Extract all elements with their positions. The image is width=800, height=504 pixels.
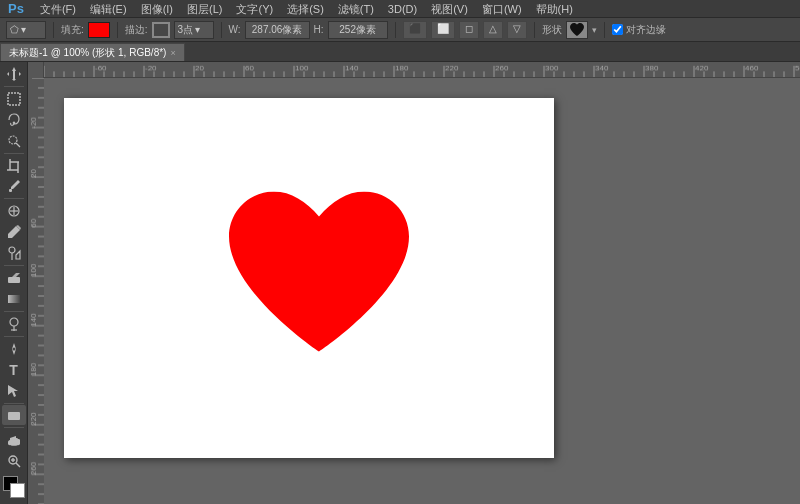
- move-tool[interactable]: [2, 64, 26, 84]
- brush-tool[interactable]: [2, 222, 26, 242]
- shape-tool-icon: ⬠: [10, 24, 19, 35]
- fill-color-swatch[interactable]: [88, 22, 110, 38]
- align-left-btn[interactable]: ⬛: [403, 21, 427, 39]
- align-middle-btn[interactable]: ▽: [507, 21, 527, 39]
- width-input[interactable]: [245, 21, 310, 39]
- quick-select-tool[interactable]: [2, 131, 26, 151]
- eyedropper-tool[interactable]: [2, 177, 26, 197]
- fill-label: 填充:: [61, 23, 84, 37]
- svg-marker-0: [7, 67, 21, 81]
- document-tab[interactable]: 未标题-1 @ 100% (形状 1, RGB/8*) ×: [0, 43, 185, 61]
- separator-6: [604, 22, 605, 38]
- lasso-tool[interactable]: [2, 110, 26, 130]
- color-tools: [3, 476, 25, 504]
- stroke-label: 描边:: [125, 23, 148, 37]
- menu-text[interactable]: 文字(Y): [230, 0, 279, 18]
- ps-logo: Ps: [4, 1, 28, 16]
- vertical-ruler: [28, 78, 44, 504]
- background-color[interactable]: [10, 483, 25, 498]
- options-bar: ⬠ ▾ 填充: 描边: 3点 ▾ W: H: ⬛ ⬜ ◻ △ ▽ 形状 ▾ 对齐…: [0, 18, 800, 42]
- tool-sep-8: [4, 427, 24, 428]
- eraser-tool[interactable]: [2, 268, 26, 288]
- main-area: T: [0, 62, 800, 504]
- stroke-color-swatch[interactable]: [152, 22, 170, 38]
- canvas-wrapper: [28, 62, 800, 504]
- svg-point-2: [9, 136, 17, 144]
- tool-sep-4: [4, 265, 24, 266]
- svg-rect-15: [8, 295, 20, 303]
- menu-window[interactable]: 窗口(W): [476, 0, 528, 18]
- text-tool-icon: T: [9, 362, 18, 378]
- svg-line-23: [16, 463, 20, 467]
- separator-2: [117, 22, 118, 38]
- gradient-tool[interactable]: [2, 289, 26, 309]
- svg-rect-1: [8, 93, 20, 105]
- fg-bg-color-widget[interactable]: [3, 476, 25, 498]
- menu-bar: Ps 文件(F) 编辑(E) 图像(I) 图层(L) 文字(Y) 选择(S) 滤…: [0, 0, 800, 18]
- align-center-btn[interactable]: ⬜: [431, 21, 455, 39]
- spot-heal-tool[interactable]: [2, 201, 26, 221]
- shape-picker[interactable]: [566, 21, 588, 39]
- heart-shape: [219, 192, 419, 372]
- align-edges-label[interactable]: 对齐边缘: [612, 23, 666, 37]
- tab-title: 未标题-1 @ 100% (形状 1, RGB/8*): [9, 46, 166, 60]
- height-label: H:: [314, 24, 324, 35]
- svg-point-19: [12, 347, 15, 350]
- separator-5: [534, 22, 535, 38]
- tool-sep-3: [4, 198, 24, 199]
- tool-sep-5: [4, 311, 24, 312]
- marquee-tool[interactable]: [2, 89, 26, 109]
- align-edges-checkbox[interactable]: [612, 24, 623, 35]
- hand-tool[interactable]: [2, 430, 26, 450]
- svg-line-3: [16, 143, 20, 147]
- separator-3: [221, 22, 222, 38]
- stroke-size-value: 3点: [178, 23, 194, 37]
- zoom-tool[interactable]: [2, 451, 26, 471]
- tab-close-btn[interactable]: ×: [170, 48, 175, 58]
- crop-tool[interactable]: [2, 156, 26, 176]
- document-canvas: [64, 98, 554, 458]
- horizontal-ruler: [44, 62, 800, 77]
- shape-dropdown-arrow: ▾: [592, 25, 597, 35]
- path-select-tool[interactable]: [2, 381, 26, 401]
- menu-file[interactable]: 文件(F): [34, 0, 82, 18]
- pen-tool[interactable]: [2, 339, 26, 359]
- menu-layer[interactable]: 图层(L): [181, 0, 228, 18]
- height-input[interactable]: [328, 21, 388, 39]
- shape-label: 形状: [542, 23, 562, 37]
- separator-1: [53, 22, 54, 38]
- svg-marker-14: [12, 273, 20, 277]
- svg-rect-13: [8, 277, 20, 283]
- svg-point-12: [9, 247, 15, 253]
- separator-4: [395, 22, 396, 38]
- ruler-corner: [28, 62, 44, 78]
- menu-3d[interactable]: 3D(D): [382, 0, 423, 18]
- ruler-top-row: [28, 62, 800, 78]
- svg-marker-20: [8, 385, 18, 397]
- text-tool[interactable]: T: [2, 360, 26, 380]
- tool-sep-6: [4, 336, 24, 337]
- dodge-tool[interactable]: [2, 314, 26, 334]
- menu-select[interactable]: 选择(S): [281, 0, 330, 18]
- tab-bar: 未标题-1 @ 100% (形状 1, RGB/8*) ×: [0, 42, 800, 62]
- tool-preset-dropdown[interactable]: ⬠ ▾: [6, 21, 46, 39]
- menu-filter[interactable]: 滤镜(T): [332, 0, 380, 18]
- menu-help[interactable]: 帮助(H): [530, 0, 579, 18]
- ruler-canvas-row: [28, 78, 800, 504]
- clone-stamp-tool[interactable]: [2, 243, 26, 263]
- svg-rect-8: [9, 189, 12, 192]
- menu-image[interactable]: 图像(I): [135, 0, 179, 18]
- tool-sep-2: [4, 153, 24, 154]
- tool-sep-1: [4, 86, 24, 87]
- tool-sep-7: [4, 403, 24, 404]
- align-top-btn[interactable]: △: [483, 21, 503, 39]
- svg-rect-21: [8, 412, 20, 420]
- stroke-size-dropdown[interactable]: 3点 ▾: [174, 21, 214, 39]
- menu-view[interactable]: 视图(V): [425, 0, 474, 18]
- align-right-btn[interactable]: ◻: [459, 21, 479, 39]
- menu-edit[interactable]: 编辑(E): [84, 0, 133, 18]
- svg-point-16: [10, 318, 18, 326]
- stroke-size-arrow: ▾: [195, 24, 200, 35]
- shape-tool[interactable]: [2, 405, 26, 425]
- canvas-scroll-area[interactable]: [44, 78, 800, 504]
